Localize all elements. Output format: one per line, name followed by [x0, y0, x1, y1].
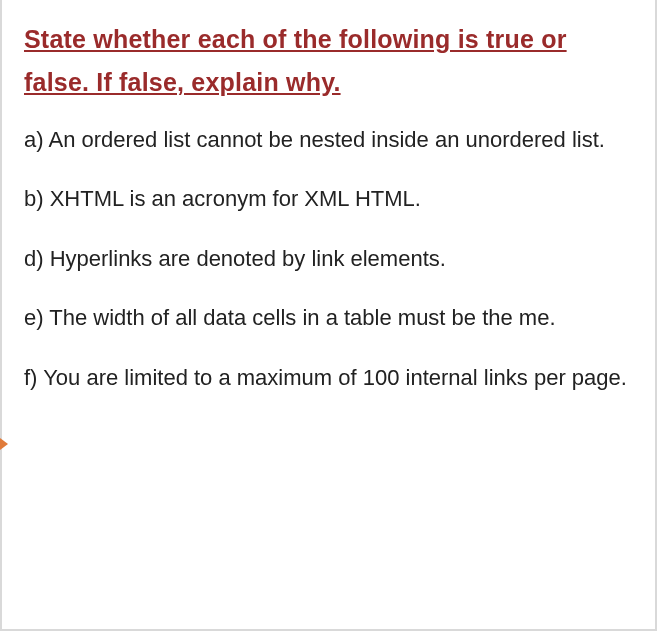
question-item: e) The width of all data cells in a tabl… [24, 299, 633, 336]
pointer-arrow-icon [0, 432, 8, 456]
question-item: d) Hyperlinks are denoted by link elemen… [24, 240, 633, 277]
question-item: f) You are limited to a maximum of 100 i… [24, 359, 633, 396]
question-item: b) XHTML is an acronym for XML HTML. [24, 180, 633, 217]
document-page: State whether each of the following is t… [0, 0, 657, 631]
question-heading: State whether each of the following is t… [24, 18, 633, 103]
question-item: a) An ordered list cannot be nested insi… [24, 121, 633, 158]
